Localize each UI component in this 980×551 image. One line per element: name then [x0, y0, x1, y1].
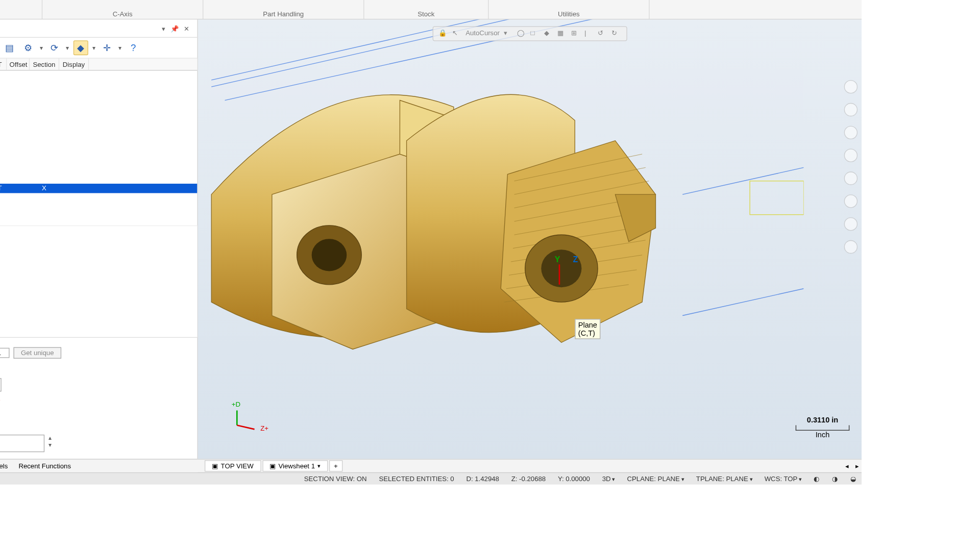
status-icon-3[interactable]: ◒ [850, 475, 856, 483]
list-button[interactable]: ▤ [2, 40, 17, 55]
plane-row-bottom[interactable]: Bottom [0, 99, 197, 108]
status-icon-1[interactable]: ◐ [814, 475, 820, 483]
view-triad: Y Z [555, 255, 578, 285]
plane-row-left-side[interactable]: Left side [0, 118, 197, 127]
panel-pin-icon[interactable]: 📌 [167, 24, 181, 32]
plane-row-trimetric[interactable]: Trimetric [0, 146, 197, 155]
plane-row-right-side[interactable]: Right side [0, 108, 197, 117]
vt-lock-icon[interactable]: 🔒 [438, 29, 448, 38]
get-unique-button[interactable]: Get unique [13, 347, 61, 358]
wire-icon[interactable] [844, 194, 857, 208]
comment-expand-icon[interactable]: ▴▾ [48, 435, 52, 448]
plane-row-plane[interactable]: ✓PlaneCTX [0, 184, 197, 193]
col-display[interactable]: Display [59, 59, 89, 70]
status-wcs[interactable]: WCS: TOP [765, 475, 802, 483]
pick-origin-button[interactable]: ↖ [0, 378, 2, 391]
vt-4[interactable]: ▦ [557, 29, 567, 38]
svg-point-17 [312, 239, 347, 271]
status-mode[interactable]: 3D [602, 475, 615, 483]
plane-row-back[interactable]: Back [0, 89, 197, 98]
plane-row-lathe-z-world-z[interactable]: Lathe Z = World Z [0, 156, 197, 165]
gear-button[interactable]: ⚙ [21, 40, 36, 55]
viewtab-add[interactable]: + [329, 460, 342, 471]
scale-bar: 0.3110 in Inch [796, 416, 849, 439]
offset-number[interactable]: -1 [0, 347, 10, 358]
col-section[interactable]: Section [30, 59, 59, 70]
status-section[interactable]: SECTION VIEW: ON [304, 475, 367, 483]
ribbon-group-label: Utilities [492, 9, 646, 19]
ribbon-group-label: General [0, 9, 39, 19]
status-cplane[interactable]: CPLANE: PLANE [627, 475, 684, 483]
viewport-3d[interactable]: 🔒 ↖ AutoCursor ▾ ◯□ ◆▦ ⊞| ↺↻ Y [198, 19, 862, 459]
view-icon[interactable] [844, 148, 857, 162]
panel-dropdown-icon[interactable]: ▾ [159, 24, 167, 32]
help-button[interactable]: ? [126, 40, 141, 55]
status-z: Z: -0.20688 [511, 475, 546, 483]
vt-1[interactable]: ◯ [517, 29, 526, 38]
section-icon[interactable] [844, 217, 857, 231]
vt-2[interactable]: □ [531, 29, 540, 38]
viewtab-next-icon[interactable]: ▸ [853, 462, 862, 470]
side-tab-recent-functions[interactable]: Recent Functions [13, 460, 77, 471]
panel-close-icon[interactable]: ✕ [181, 24, 192, 32]
plane-marker-label: Plane (C,T) [575, 319, 600, 339]
col-offset[interactable]: Offset [7, 59, 30, 70]
gnomon: +D Z+ [232, 400, 268, 432]
viewtab-sheet1[interactable]: ▣Viewsheet 1▾ [262, 460, 328, 471]
svg-line-21 [237, 425, 254, 429]
plane-row-front[interactable]: Front [0, 80, 197, 89]
svg-rect-5 [750, 181, 803, 215]
vt-cursor-icon[interactable]: ↖ [452, 29, 461, 38]
ribbon-group-label: C-Axis [45, 9, 200, 19]
axis-button[interactable]: ✛ [100, 40, 114, 55]
ribbon-group-label: Part Handling [206, 9, 361, 19]
vt-3[interactable]: ◆ [544, 29, 553, 38]
viewtab-prev-icon[interactable]: ◂ [843, 462, 851, 470]
status-y: Y: 0.00000 [558, 475, 590, 483]
vt-6[interactable]: ↺ [598, 29, 607, 38]
refresh-button[interactable]: ⟳ [47, 40, 62, 55]
vt-7[interactable]: ↻ [611, 29, 621, 38]
status-tplane[interactable]: TPLANE: PLANE [696, 475, 752, 483]
plane-row-iso-reverse[interactable]: Iso reverse [0, 137, 197, 146]
plane-row-lathe-upper-left[interactable]: ✓Lathe upper left [0, 174, 197, 184]
side-tab-levels[interactable]: Levels [0, 460, 13, 471]
status-icon-2[interactable]: ◑ [832, 475, 838, 483]
vt-5[interactable]: ⊞ [571, 29, 580, 38]
status-d: D: 1.42948 [466, 475, 499, 483]
comment-field[interactable] [0, 435, 44, 452]
autocursor-label[interactable]: AutoCursor [465, 29, 500, 38]
view-toolbar[interactable]: 🔒 ↖ AutoCursor ▾ ◯□ ◆▦ ⊞| ↺↻ [433, 26, 627, 41]
viewtab-top[interactable]: ▣TOP VIEW [205, 460, 261, 471]
highlight-button[interactable]: ◆ [74, 40, 88, 55]
shade-icon[interactable] [844, 171, 857, 185]
svg-line-3 [682, 289, 803, 316]
fit-icon[interactable] [844, 126, 857, 139]
plane-row-iso[interactable]: Iso [0, 127, 197, 136]
status-selected: SELECTED ENTITIES: 0 [379, 475, 454, 483]
more-icon[interactable] [844, 240, 857, 254]
col-t[interactable]: T [0, 59, 7, 70]
rotate-icon[interactable] [844, 103, 857, 116]
zoom-in-icon[interactable] [844, 80, 857, 93]
ribbon-group-label: Stock [367, 9, 485, 19]
plane-row--d-z[interactable]: +D+Z [0, 165, 197, 174]
plane-row-top[interactable]: ✓TopW... [0, 71, 197, 80]
